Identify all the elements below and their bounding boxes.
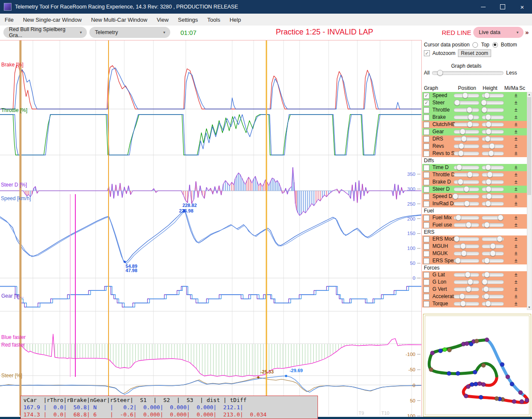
plus-minus-button-time-d[interactable]: ± xyxy=(515,164,518,170)
position-slider-g-vert-thumb[interactable] xyxy=(466,286,472,292)
height-slider-brake-d[interactable] xyxy=(482,180,504,184)
plus-minus-button-ers-spent[interactable]: ± xyxy=(515,258,518,264)
position-slider-brake-thumb[interactable] xyxy=(468,114,474,120)
height-slider-fuel-mix-thumb[interactable] xyxy=(498,215,503,221)
position-slider-invrad-d-thumb[interactable] xyxy=(464,201,470,207)
scale-checkbox-revs[interactable] xyxy=(423,143,429,149)
height-slider-accelerat-[interactable] xyxy=(482,295,504,298)
scrollbar-thumb[interactable] xyxy=(527,97,531,195)
scale-checkbox-drs[interactable] xyxy=(423,136,429,142)
plus-minus-button-ers-mode[interactable]: ± xyxy=(515,236,518,242)
menu-item-file[interactable]: File xyxy=(0,14,18,26)
height-slider-torque-thumb[interactable] xyxy=(485,301,491,307)
position-slider-brake[interactable] xyxy=(454,115,479,119)
position-slider-throttle-d[interactable] xyxy=(454,173,479,177)
menu-item-tools[interactable]: Tools xyxy=(203,14,225,26)
position-slider-ers-mode-thumb[interactable] xyxy=(454,236,460,242)
position-slider-ers-spent-thumb[interactable] xyxy=(455,258,461,264)
height-slider-g-lat[interactable] xyxy=(482,273,504,277)
menu-item-settings[interactable]: Settings xyxy=(173,14,203,26)
graph-details-slider[interactable] xyxy=(432,71,503,75)
plus-minus-button-g-lon[interactable]: ± xyxy=(515,279,518,285)
position-slider-revs-to-s--thumb[interactable] xyxy=(458,150,464,156)
position-slider-speed-d-thumb[interactable] xyxy=(452,193,458,199)
position-slider-g-lon[interactable] xyxy=(454,280,479,284)
height-slider-speed-d-thumb[interactable] xyxy=(486,193,492,199)
position-slider-speed-d[interactable] xyxy=(454,195,479,198)
plus-minus-button-brake-d[interactable]: ± xyxy=(515,179,518,185)
scale-checkbox-revs-to-s-[interactable] xyxy=(423,151,429,157)
position-slider-revs[interactable] xyxy=(454,144,479,148)
position-slider-ers-spent[interactable] xyxy=(454,259,479,263)
position-slider-throttle-d-thumb[interactable] xyxy=(467,172,473,178)
position-slider-g-lat-thumb[interactable] xyxy=(465,272,471,278)
scale-checkbox-ers-mode[interactable] xyxy=(423,236,429,242)
position-slider-mguh[interactable] xyxy=(454,244,479,248)
cursor-position-bottom-radio[interactable] xyxy=(492,42,498,48)
position-slider-revs-to-s-[interactable] xyxy=(454,152,479,155)
height-slider-invrad-d-thumb[interactable] xyxy=(485,201,491,207)
plus-minus-button-throttle[interactable]: ± xyxy=(515,107,518,113)
telemetry-chart-area[interactable]: T9T10350300250200150100500-100-500501002… xyxy=(0,40,422,419)
position-slider-accelerat--thumb[interactable] xyxy=(459,293,465,299)
position-slider-invrad-d[interactable] xyxy=(454,202,479,206)
plus-minus-button-steer-d[interactable]: ± xyxy=(515,186,518,192)
position-slider-time-d-thumb[interactable] xyxy=(456,164,462,170)
height-slider-steer[interactable] xyxy=(482,101,504,105)
height-slider-throttle-d[interactable] xyxy=(482,173,504,177)
height-slider-revs[interactable] xyxy=(482,144,504,148)
scale-checkbox-clutch-hb[interactable] xyxy=(423,122,429,128)
height-slider-g-vert[interactable] xyxy=(482,287,504,291)
scale-checkbox-g-lat[interactable] xyxy=(423,272,429,278)
menu-item-new-single-car-window[interactable]: New Single-car Window xyxy=(18,14,86,26)
plus-minus-button-g-lat[interactable]: ± xyxy=(515,272,518,278)
plus-minus-button-throttle-d[interactable]: ± xyxy=(515,172,518,178)
height-slider-drs[interactable] xyxy=(482,137,504,141)
scale-checkbox-g-lon[interactable] xyxy=(423,279,429,285)
maximize-button[interactable] xyxy=(493,0,512,14)
height-slider-gear-thumb[interactable] xyxy=(486,129,492,135)
height-slider-throttle[interactable] xyxy=(482,108,504,112)
height-slider-g-lat-thumb[interactable] xyxy=(484,272,490,278)
height-slider-time-d-thumb[interactable] xyxy=(485,164,491,170)
height-slider-revs-to-s--thumb[interactable] xyxy=(488,150,494,156)
scale-checkbox-steer[interactable]: ✓ xyxy=(423,100,429,106)
track-selector[interactable]: Red Bull Ring Spielberg Gra... ▼ xyxy=(3,27,87,38)
position-slider-fuel-use[interactable] xyxy=(454,223,479,227)
height-slider-steer-d-thumb[interactable] xyxy=(486,186,492,192)
scroll-down-icon[interactable]: ▼ xyxy=(527,305,531,310)
scale-checkbox-brake[interactable] xyxy=(423,115,429,121)
plus-minus-button-torque[interactable]: ± xyxy=(515,301,518,307)
height-slider-throttle-d-thumb[interactable] xyxy=(487,172,493,178)
position-slider-mguh-thumb[interactable] xyxy=(460,243,466,249)
height-slider-fuel-mix[interactable] xyxy=(482,216,504,220)
position-slider-g-vert[interactable] xyxy=(454,287,479,291)
height-slider-speed[interactable] xyxy=(482,94,504,98)
plus-minus-button-fuel-mix[interactable]: ± xyxy=(515,215,518,221)
cursor-position-top-radio[interactable] xyxy=(472,42,478,48)
plus-minus-button-mguk[interactable]: ± xyxy=(515,250,518,256)
position-slider-fuel-use-thumb[interactable] xyxy=(466,222,472,228)
height-slider-g-lon[interactable] xyxy=(482,280,504,284)
position-slider-mguk[interactable] xyxy=(454,252,479,255)
position-slider-steer-thumb[interactable] xyxy=(454,100,460,106)
scale-checkbox-brake-d[interactable] xyxy=(423,179,429,185)
position-slider-speed-thumb[interactable] xyxy=(462,92,468,98)
graph-details-slider-thumb[interactable] xyxy=(437,70,443,76)
scale-checkbox-speed-d[interactable] xyxy=(423,194,429,200)
position-slider-steer-d-thumb[interactable] xyxy=(463,186,469,192)
reset-zoom-button[interactable]: Reset zoom xyxy=(458,49,491,57)
height-slider-revs-to-s-[interactable] xyxy=(482,152,504,155)
plus-minus-button-fuel-use[interactable]: ± xyxy=(515,222,518,228)
plus-minus-button-gear[interactable]: ± xyxy=(515,129,518,135)
plus-minus-button-drs[interactable]: ± xyxy=(515,136,518,142)
menu-item-view[interactable]: View xyxy=(152,14,173,26)
position-slider-clutch-hb-thumb[interactable] xyxy=(467,121,473,127)
height-slider-brake-d-thumb[interactable] xyxy=(486,179,492,185)
position-slider-speed[interactable] xyxy=(454,94,479,98)
scale-checkbox-accelerat-[interactable] xyxy=(423,294,429,300)
position-slider-accelerat-[interactable] xyxy=(454,295,479,298)
height-slider-mguh-thumb[interactable] xyxy=(490,243,496,249)
height-slider-g-vert-thumb[interactable] xyxy=(483,286,489,292)
position-slider-fuel-mix-thumb[interactable] xyxy=(455,215,461,221)
